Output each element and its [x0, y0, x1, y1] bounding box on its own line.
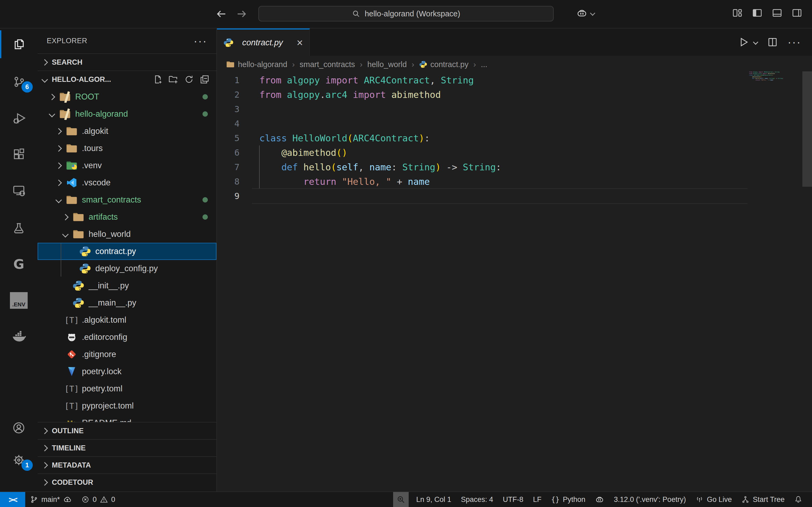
tab-close-button[interactable]: ×: [297, 37, 303, 48]
toggle-primary-sidebar-button[interactable]: [752, 7, 763, 18]
eol-item[interactable]: LF: [528, 492, 547, 507]
tree-item-readme-md[interactable]: M↓README.md: [38, 414, 216, 422]
tree-item-tours[interactable]: .tours: [38, 140, 216, 157]
editor-scrollbar[interactable]: [802, 71, 812, 187]
tree-item-hello-algorand[interactable]: hello-algorand: [38, 105, 216, 123]
zoom-status-item[interactable]: [393, 492, 409, 507]
git-status-dot: [202, 94, 208, 100]
tree-item-algokit-toml[interactable]: [T].algokit.toml: [38, 312, 216, 329]
encoding-item[interactable]: UTF-8: [498, 492, 528, 507]
tree-item-venv[interactable]: .venv: [38, 157, 216, 174]
layout-controls: [732, 7, 802, 18]
breadcrumb-contract-py[interactable]: contract.py: [419, 60, 468, 69]
tab-label: contract.py: [242, 38, 283, 48]
run-button[interactable]: [738, 37, 749, 48]
tab-contract-py[interactable]: contract.py ×: [217, 29, 310, 56]
search-icon: [352, 9, 360, 18]
activity-dotenv[interactable]: .ENV: [0, 288, 38, 313]
customize-layout-button[interactable]: [732, 7, 743, 18]
branch-item[interactable]: main*: [25, 492, 77, 507]
split-editor-button[interactable]: [767, 37, 778, 48]
activity-docker[interactable]: [0, 324, 38, 349]
go-live-item[interactable]: Go Live: [691, 492, 737, 507]
tree-item-gitignore[interactable]: .gitignore: [38, 346, 216, 363]
tree-item-poetry-toml[interactable]: [T]poetry.toml: [38, 380, 216, 397]
cursor-position-item[interactable]: Ln 9, Col 1: [411, 492, 456, 507]
code-line-8[interactable]: 8 return "Hello, " + name: [217, 174, 812, 189]
forward-button[interactable]: [234, 6, 249, 21]
tree-item-pyproject-toml[interactable]: [T]pyproject.toml: [38, 397, 216, 414]
section-timeline[interactable]: TIMELINE: [38, 439, 216, 456]
tree-item-root[interactable]: ROOT: [38, 88, 216, 105]
activity-accounts[interactable]: [0, 415, 38, 441]
problems-item[interactable]: 0 0: [77, 492, 120, 507]
indentation-item[interactable]: Spaces: 4: [456, 492, 498, 507]
activity-settings[interactable]: 1: [0, 447, 38, 473]
activity-testing[interactable]: [0, 215, 38, 241]
section-metadata[interactable]: METADATA: [38, 456, 216, 473]
notifications-item[interactable]: [790, 492, 807, 507]
activity-remote-explorer[interactable]: [0, 178, 38, 203]
copilot-status-item[interactable]: [590, 492, 609, 507]
activity-extensions[interactable]: [0, 142, 38, 167]
section-search-label: SEARCH: [52, 58, 83, 66]
tree-item-smart-contracts[interactable]: smart_contracts: [38, 191, 216, 209]
code-line-3[interactable]: 3: [217, 102, 812, 116]
editor-more-actions-button[interactable]: ···: [788, 36, 801, 49]
tree-item-hello-world[interactable]: hello_world: [38, 226, 216, 243]
activity-run-debug[interactable]: [0, 105, 38, 131]
line-number: 1: [217, 73, 240, 88]
breadcrumb-label: contract.py: [430, 60, 468, 69]
toggle-secondary-sidebar-button[interactable]: [792, 7, 802, 18]
tree-item-deploy-config-py[interactable]: deploy_config.py: [38, 260, 216, 277]
breadcrumb-[interactable]: ...: [481, 60, 487, 69]
line-number: 8: [217, 174, 240, 189]
tree-item-contract-py[interactable]: contract.py: [38, 243, 216, 260]
tree-item-init-py[interactable]: __init__.py: [38, 277, 216, 294]
breadcrumb-smart-contracts[interactable]: smart_contracts: [300, 60, 355, 69]
toggle-panel-button[interactable]: [772, 7, 782, 18]
collapse-all-button[interactable]: [200, 74, 209, 84]
new-file-button[interactable]: [153, 74, 163, 84]
tree-item-label: .gitignore: [82, 349, 116, 359]
new-folder-button[interactable]: [169, 74, 178, 84]
tree-item-algokit[interactable]: .algokit: [38, 123, 216, 140]
language-item[interactable]: {} Python: [547, 492, 590, 507]
code-editor[interactable]: 1from algopy import ARC4Contract, String…: [217, 73, 812, 492]
code-line-7[interactable]: 7 def hello(self, name: String) -> Strin…: [217, 160, 812, 174]
tree-item-main-py[interactable]: __main__.py: [38, 294, 216, 312]
section-outline[interactable]: OUTLINE: [38, 422, 216, 439]
explorer-header: EXPLORER ···: [38, 29, 216, 53]
command-center-search[interactable]: hello-algorand (Workspace): [258, 6, 554, 21]
code-line-1[interactable]: 1from algopy import ARC4Contract, String: [217, 73, 812, 88]
explorer-more-actions-button[interactable]: ···: [194, 38, 207, 44]
code-line-9[interactable]: 9: [217, 189, 812, 203]
line-number: 9: [217, 189, 240, 203]
errors-count: 0: [93, 496, 97, 504]
remote-indicator[interactable]: ><: [0, 492, 25, 507]
section-search[interactable]: SEARCH: [38, 53, 216, 70]
refresh-button[interactable]: [184, 74, 194, 84]
code-line-2[interactable]: 2from algopy.arc4 import abimethod: [217, 88, 812, 102]
activity-explorer[interactable]: [0, 32, 38, 57]
python-interpreter-item[interactable]: 3.12.0 ('.venv': Poetry): [609, 492, 691, 507]
tree-item-poetry-lock[interactable]: poetry.lock: [38, 363, 216, 380]
tree-item-editorconfig[interactable]: .editorconfig: [38, 329, 216, 346]
code-line-4[interactable]: 4: [217, 116, 812, 131]
back-button[interactable]: [214, 6, 229, 21]
tree-item-artifacts[interactable]: artifacts: [38, 209, 216, 226]
code-line-6[interactable]: 6 @abimethod(): [217, 146, 812, 160]
workspace-section-header[interactable]: HELLO-ALGOR...: [38, 70, 216, 88]
code-line-5[interactable]: 5class HelloWorld(ARC4Contract):: [217, 131, 812, 146]
tree-item-vscode[interactable]: .vscode: [38, 174, 216, 191]
start-tree-item[interactable]: Start Tree: [737, 492, 790, 507]
section-codetour[interactable]: CODETOUR: [38, 473, 216, 491]
minimap[interactable]: from algopy import ARC4Contract, Stringf…: [749, 71, 801, 81]
activity-source-control[interactable]: 6: [0, 69, 38, 95]
copilot-menu-button[interactable]: [576, 7, 595, 19]
tree-item-label: pyproject.toml: [82, 401, 134, 411]
breadcrumb-hello-world[interactable]: hello_world: [367, 60, 407, 69]
breadcrumb-hello-algorand[interactable]: hello-algorand: [226, 60, 287, 69]
run-dropdown-chevron[interactable]: [753, 40, 758, 45]
activity-algokit[interactable]: G: [0, 251, 38, 277]
